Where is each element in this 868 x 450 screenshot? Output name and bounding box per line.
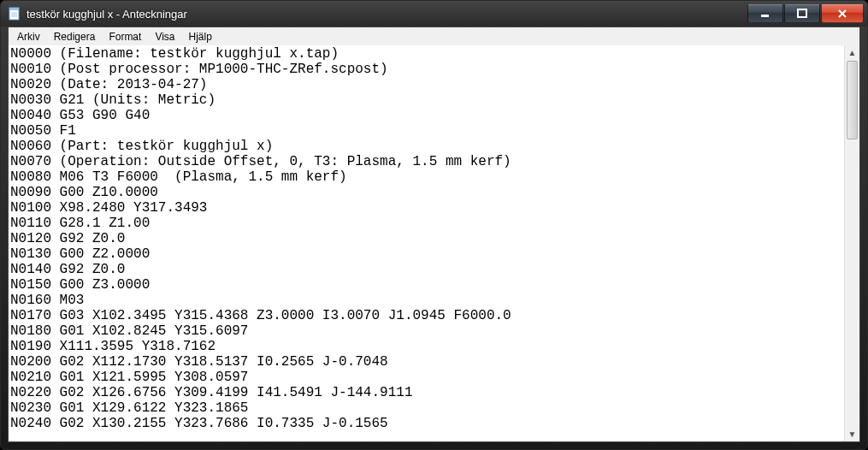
text-editor[interactable]: N0000 (Filename: testkör kugghjul x.tap)… (9, 45, 844, 441)
svg-rect-5 (761, 15, 769, 17)
app-window: testkör kugghjul x - Anteckningar Arkiv … (0, 0, 868, 450)
menu-arkiv[interactable]: Arkiv (10, 29, 47, 44)
maximize-button[interactable] (784, 4, 820, 23)
window-controls (747, 4, 864, 23)
close-button[interactable] (821, 4, 864, 23)
svg-rect-1 (9, 8, 19, 10)
client-area: Arkiv Redigera Format Visa Hjälp N0000 (… (8, 27, 860, 442)
menu-redigera[interactable]: Redigera (47, 29, 103, 44)
titlebar[interactable]: testkör kugghjul x - Anteckningar (1, 1, 867, 27)
scroll-up-arrow-icon[interactable]: ▲ (845, 45, 859, 60)
minimize-button[interactable] (747, 4, 783, 23)
scroll-thumb[interactable] (847, 61, 858, 139)
scroll-down-arrow-icon[interactable]: ▼ (845, 427, 859, 441)
svg-rect-6 (798, 9, 806, 17)
notepad-icon (8, 7, 21, 21)
window-title: testkör kugghjul x - Anteckningar (27, 8, 747, 21)
editor-wrap: N0000 (Filename: testkör kugghjul x.tap)… (9, 45, 859, 441)
vertical-scrollbar[interactable]: ▲ ▼ (844, 45, 859, 441)
menubar: Arkiv Redigera Format Visa Hjälp (9, 27, 859, 46)
menu-visa[interactable]: Visa (148, 29, 181, 44)
menu-format[interactable]: Format (102, 29, 148, 44)
menu-hjalp[interactable]: Hjälp (182, 29, 219, 44)
